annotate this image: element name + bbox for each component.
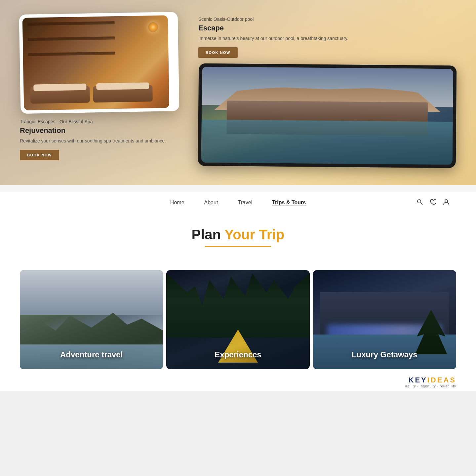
- pool-title: Escape: [198, 24, 456, 32]
- navigation: Home About Travel Trips & Tours: [0, 192, 476, 214]
- spa-card-text: Tranquil Escapes - Our Blissful Spa Reju…: [20, 119, 178, 160]
- bottom-section: Home About Travel Trips & Tours: [0, 192, 476, 391]
- spa-card: Tranquil Escapes - Our Blissful Spa Reju…: [20, 13, 178, 160]
- experiences-label: Experiences: [166, 350, 309, 359]
- top-hero-section: Tranquil Escapes - Our Blissful Spa Reju…: [0, 0, 476, 185]
- user-icon[interactable]: [443, 199, 450, 207]
- brand-name-key: KEY: [409, 376, 427, 384]
- adventure-label: Adventure travel: [20, 350, 163, 359]
- trip-cards-grid: Adventure travel Experiences Luxury Geta…: [0, 270, 476, 369]
- trip-card-adventure[interactable]: Adventure travel: [20, 270, 163, 369]
- spa-subtitle: Tranquil Escapes - Our Blissful Spa: [20, 119, 178, 124]
- spa-image-frame: [19, 12, 179, 114]
- spa-light-decoration: [148, 22, 158, 32]
- brand-name-ideas: IDEAS: [427, 376, 456, 384]
- spa-image: [22, 15, 170, 110]
- svg-line-1: [421, 203, 422, 205]
- spa-description: Revitalize your senses with our soothing…: [20, 138, 178, 144]
- exp-trees: [166, 273, 309, 338]
- nav-about[interactable]: About: [204, 200, 218, 206]
- pool-image: [201, 67, 454, 165]
- section-separator: [0, 185, 476, 192]
- branding-area: KEYIDEAS agility · ingenuity · reliabili…: [0, 369, 476, 391]
- brand-identity: KEYIDEAS agility · ingenuity · reliabili…: [405, 376, 456, 388]
- nav-trips-tours[interactable]: Trips & Tours: [272, 200, 306, 206]
- svg-point-0: [417, 200, 421, 203]
- heart-icon[interactable]: [430, 199, 436, 207]
- spa-bed-1: [30, 86, 90, 104]
- plan-title-part1: Plan: [192, 227, 225, 242]
- trip-card-luxury[interactable]: Luxury Getaways: [313, 270, 456, 369]
- pool-book-button[interactable]: BOOK NOW: [198, 47, 238, 58]
- spa-shelves-decoration: [27, 21, 116, 88]
- spa-book-button[interactable]: BOOK NOW: [20, 150, 59, 160]
- luxury-label: Luxury Getaways: [313, 350, 456, 359]
- pool-card: Scenic Oasis-Outdoor pool Escape Immerse…: [198, 13, 456, 167]
- brand-tagline: agility · ingenuity · reliability: [405, 384, 456, 388]
- pool-description: Immerse in nature's beauty at our outdoo…: [198, 35, 456, 42]
- plan-title-highlight: Your Trip: [224, 227, 284, 242]
- adventure-sky: [20, 270, 163, 315]
- trip-card-experiences[interactable]: Experiences: [166, 270, 309, 369]
- search-icon[interactable]: [416, 199, 423, 207]
- brand-name: KEYIDEAS: [405, 376, 456, 384]
- pool-water-decoration: [201, 119, 453, 165]
- svg-point-2: [445, 200, 448, 202]
- spa-bed-2: [93, 85, 153, 102]
- nav-home[interactable]: Home: [170, 200, 184, 206]
- plan-title: Plan Your Trip: [20, 227, 456, 243]
- nav-travel[interactable]: Travel: [238, 200, 252, 206]
- spa-title: Rejuvenation: [20, 126, 178, 135]
- pool-subtitle: Scenic Oasis-Outdoor pool: [198, 17, 456, 22]
- plan-section: Plan Your Trip: [0, 214, 476, 270]
- plan-title-underline: [205, 246, 271, 247]
- nav-icon-group: [416, 199, 450, 207]
- pool-image-frame: [198, 63, 457, 168]
